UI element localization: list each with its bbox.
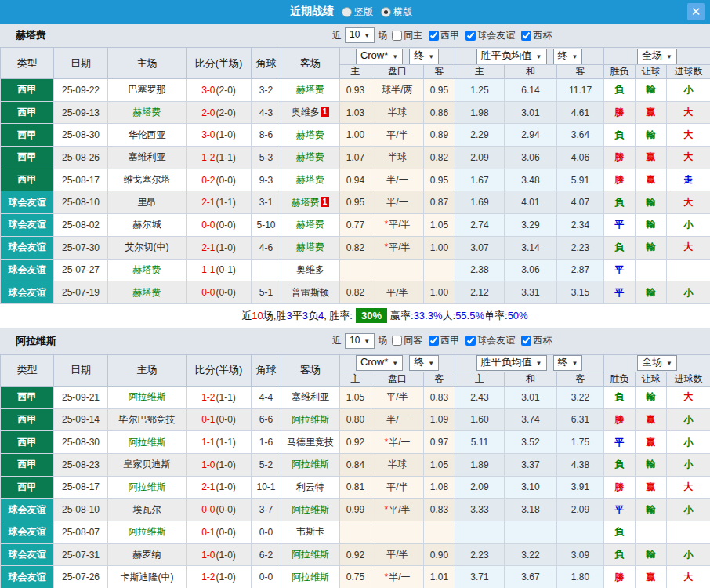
result-goals: 小 (667, 499, 710, 521)
league-filter[interactable]: 球会友谊 (461, 29, 515, 42)
col-ah-line: 盘口 (371, 372, 424, 386)
radio-unselected-icon[interactable] (342, 7, 352, 17)
same-venue-filter[interactable]: 同客 (387, 334, 422, 347)
ah-away-odds: 0.97 (424, 431, 455, 454)
eu-away-odds: 4.38 (557, 453, 604, 476)
ah-home-odds: 0.81 (340, 476, 371, 499)
result-goals: 大 (667, 386, 710, 408)
wdl-average-select[interactable]: 胜平负均值▼ (476, 49, 547, 64)
same-venue-filter-checkbox[interactable] (392, 31, 402, 41)
league-filter-label: 西杯 (533, 334, 552, 347)
league-filter[interactable]: 西杯 (516, 334, 552, 347)
match-row: 球会友谊25-07-30艾尔切(中)2-1(1-0)4-6赫塔费0.82*平/半… (1, 236, 710, 259)
match-row: 球会友谊25-07-26卡斯迪隆(中)1-2(1-0)0-0阿拉维斯0.75*半… (1, 566, 710, 588)
result-goals: 大 (667, 191, 710, 214)
ah-home-odds (340, 521, 371, 544)
col-ah-home: 主 (340, 372, 371, 386)
result-goals: 大 (667, 124, 710, 147)
match-row: 西甲25-08-17维戈塞尔塔0-2(0-0)9-3赫塔费0.94半/一0.95… (1, 169, 710, 191)
away-team-cell: 阿拉维斯 (281, 499, 340, 521)
final-odds-select[interactable]: 终▼ (409, 355, 439, 371)
eu-draw-odds: 3.06 (505, 259, 557, 281)
corner-cell: 4-3 (252, 101, 281, 124)
ah-away-odds: 1.05 (424, 214, 455, 237)
col-eu-draw: 和 (505, 65, 557, 79)
ah-line: 半球 (371, 101, 424, 124)
match-type-cell: 球会友谊 (1, 236, 54, 259)
final-odds-select[interactable]: 终▼ (553, 49, 583, 64)
result-handicap: 輸 (636, 386, 667, 408)
away-team-cell: 赫塔费1 (281, 191, 340, 214)
ah-line: 平/半 (371, 543, 424, 566)
result-goals: 小 (667, 79, 710, 102)
bookmaker-select[interactable]: Crow*▼ (356, 355, 403, 371)
final-odds-select[interactable]: 终▼ (409, 49, 439, 64)
match-date-cell: 25-08-30 (54, 431, 108, 454)
eu-away-odds: 6.31 (557, 408, 604, 431)
full-match-select[interactable]: 全场▼ (637, 355, 677, 371)
corner-cell: 6-2 (252, 543, 281, 566)
radio-vertical-label: 竖版 (354, 5, 373, 19)
close-icon[interactable]: ✕ (687, 3, 705, 20)
league-filter-label: 球会友谊 (477, 29, 515, 42)
eu-away-odds: 4.61 (557, 101, 604, 124)
league-filter-checkbox[interactable] (429, 31, 439, 41)
same-venue-filter-checkbox[interactable] (392, 336, 402, 346)
result-handicap: 贏 (636, 169, 667, 191)
final-odds-select[interactable]: 终▼ (553, 355, 583, 371)
layout-radio-vertical[interactable]: 竖版 (342, 5, 373, 19)
same-venue-filter[interactable]: 同主 (387, 29, 422, 42)
corner-cell: 3-1 (252, 191, 281, 214)
layout-radio-horizontal[interactable]: 横版 (381, 5, 412, 19)
ah-home-odds: 1.00 (340, 124, 371, 147)
ah-home-odds: 0.77 (340, 214, 371, 237)
eu-home-odds: 1.25 (455, 79, 505, 102)
home-team-cell: 赫塔费 (108, 259, 187, 281)
league-filter[interactable]: 球会友谊 (461, 334, 515, 347)
league-filter-checkbox[interactable] (521, 31, 531, 41)
eu-away-odds: 4.06 (557, 147, 604, 169)
wdl-average-select[interactable]: 胜平负均值▼ (476, 355, 547, 371)
match-row: 西甲25-09-14毕尔巴鄂竞技0-1(0-0)6-6阿拉维斯0.80半/一1.… (1, 408, 710, 431)
eu-draw-odds: 6.14 (505, 79, 557, 102)
league-filter[interactable]: 西甲 (424, 29, 459, 42)
result-wdl: 勝 (604, 101, 636, 124)
result-handicap: 輸 (636, 281, 667, 304)
eu-draw-odds: 3.37 (505, 453, 557, 476)
matches-count-select[interactable]: 10▼ (345, 27, 375, 43)
home-team-cell: 维戈塞尔塔 (108, 169, 187, 191)
league-filter-checkbox[interactable] (429, 336, 439, 346)
full-match-select[interactable]: 全场▼ (637, 49, 677, 64)
match-type-cell: 球会友谊 (1, 521, 54, 544)
radio-selected-icon[interactable] (381, 7, 391, 17)
league-filter-checkbox[interactable] (521, 336, 531, 346)
eu-away-odds: 2.09 (557, 499, 604, 521)
ah-line: 半球 (371, 453, 424, 476)
ah-home-odds: 0.95 (340, 191, 371, 214)
league-filter-checkbox[interactable] (465, 31, 476, 41)
league-filter-label: 西杯 (533, 29, 552, 42)
matches-count-select[interactable]: 10▼ (345, 333, 375, 349)
match-date-cell: 25-07-31 (54, 543, 108, 566)
eu-draw-odds: 3.18 (505, 499, 557, 521)
eu-away-odds: 3.91 (557, 476, 604, 499)
match-type-cell: 西甲 (1, 124, 54, 147)
eu-home-odds: 1.60 (455, 408, 505, 431)
score-cell: 2-1(1-0) (187, 476, 252, 499)
result-wdl: 負 (604, 124, 636, 147)
league-filter[interactable]: 西甲 (424, 334, 459, 347)
col-res-goals: 进球数 (667, 372, 710, 386)
eu-away-odds: 5.91 (557, 169, 604, 191)
eu-home-odds: 2.38 (455, 259, 505, 281)
ah-home-odds: 0.82 (340, 236, 371, 259)
bookmaker-select[interactable]: Crow*▼ (356, 49, 403, 64)
league-filter[interactable]: 西杯 (516, 29, 552, 42)
ah-line: 平/半 (371, 281, 424, 304)
home-team-cell: 艾尔切(中) (108, 236, 187, 259)
ah-line (371, 521, 424, 544)
result-goals: 小 (667, 453, 710, 476)
ah-home-odds: 1.03 (340, 101, 371, 124)
summary-text: 近 (241, 309, 252, 323)
match-row: 西甲25-08-30华伦西亚3-0(1-0)8-6赫塔费1.00平/半0.892… (1, 124, 710, 147)
league-filter-checkbox[interactable] (465, 336, 476, 346)
